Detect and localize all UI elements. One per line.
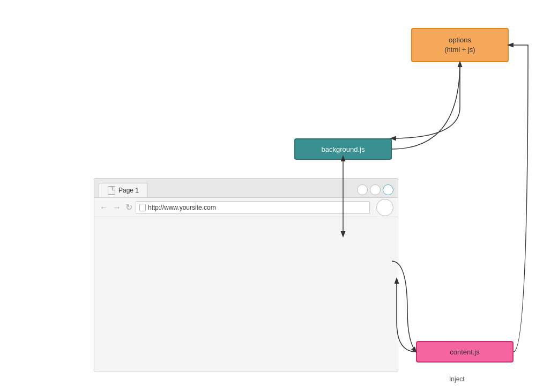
ctrl-circle-1 [357,184,368,195]
options-box: options (html + js) [411,28,509,62]
browser-tab: Page 1 [99,183,148,197]
options-label-line2: (html + js) [444,45,475,55]
background-box: background.js [294,138,392,160]
browser-round-button[interactable] [376,199,393,216]
reload-icon[interactable]: ↻ [124,202,133,212]
ctrl-circle-3 [383,184,393,195]
content-label: content.js [450,348,480,356]
browser-titlebar: Page 1 [94,179,398,198]
browser-mockup: Page 1 ← → ↻ http://www.yoursite.com [94,178,398,372]
options-label-line1: options [449,35,471,45]
inject-label: Inject [449,375,465,383]
browser-controls [357,184,393,197]
browser-toolbar: ← → ↻ http://www.yoursite.com [94,198,398,217]
content-box: content.js [416,341,514,363]
tab-label: Page 1 [118,187,139,194]
address-text: http://www.yoursite.com [148,204,216,211]
back-icon[interactable]: ← [99,203,109,212]
ctrl-circle-2 [370,184,381,195]
address-page-icon [139,204,146,211]
forward-icon[interactable]: → [111,203,122,212]
address-bar[interactable]: http://www.yoursite.com [136,201,370,214]
background-label: background.js [322,145,365,153]
tab-page-icon [108,186,115,195]
